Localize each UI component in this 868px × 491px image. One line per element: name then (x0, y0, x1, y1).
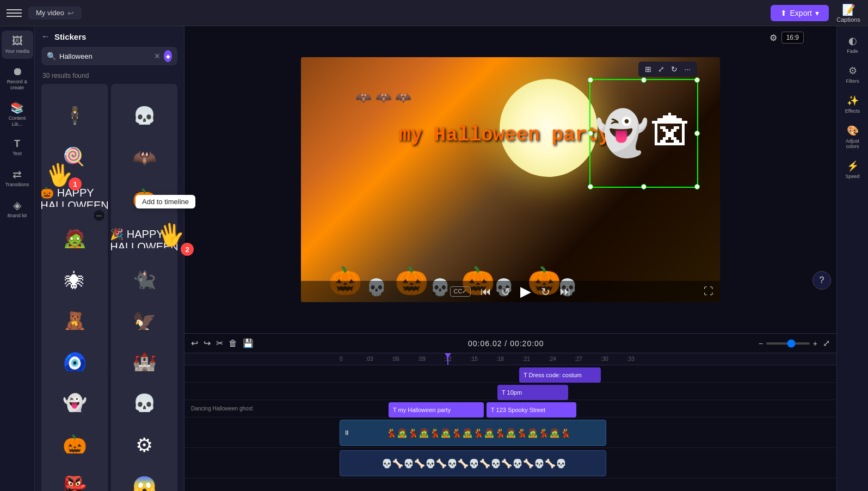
search-clear-button[interactable]: ✕ (154, 52, 161, 60)
track-content-text-mid: T 10pm (340, 383, 836, 400)
export-icon: ⬆ (780, 9, 787, 17)
track-row-video-1: ⏸ 💃🧟💃🧟💃🧟💃🧟💃🧟💃🧟💃🧟💃🧟💃 (184, 418, 836, 448)
clip-halloween-party-label: T my Halloween party (393, 407, 451, 413)
rewind-button[interactable]: ↺ (501, 285, 510, 298)
undo-button[interactable]: ↩ (191, 338, 198, 348)
zoom-out-button[interactable]: − (759, 339, 763, 348)
video-title: my Halloween party✓ (399, 122, 623, 146)
your-media-icon: 🖼 (12, 35, 23, 47)
timeline-toolbar: ↩ ↪ ✂ 🗑 💾 00:06.02 / 00:20:00 − + ⤢ (184, 334, 836, 353)
playhead[interactable] (447, 353, 448, 365)
delete-button[interactable]: 🗑 (229, 339, 237, 348)
expand-timeline-button[interactable]: ⤢ (823, 338, 830, 348)
sidebar-item-record[interactable]: ⏺ Record & create (2, 61, 33, 95)
cc-button[interactable]: CC✓ (450, 286, 471, 297)
sidebar-item-text[interactable]: T Text (2, 134, 33, 161)
clip-video-secondary[interactable]: 💀🦴💀🦴💀🦴💀🦴💀🦴💀🦴💀🦴💀🦴💀 (340, 450, 606, 476)
clip-10pm[interactable]: T 10pm (497, 385, 568, 400)
sidebar-item-content-lib[interactable]: 📚 Content Lib... (2, 97, 33, 132)
resize-handle-tl[interactable] (588, 77, 593, 83)
aspect-ratio-button[interactable]: 16:9 (781, 32, 804, 44)
right-sidebar-item-adjust-colors[interactable]: 🎨 Adjust colors (839, 120, 867, 154)
sidebar-item-brand-kit[interactable]: ◈ Brand kit (2, 194, 33, 223)
track-content-video-2: 💀🦴💀🦴💀🦴💀🦴💀🦴💀🦴💀🦴💀🦴💀 (340, 448, 836, 478)
clip-spooky-street-label: T 123 Spooky Street (491, 407, 545, 413)
brand-kit-icon: ◈ (13, 199, 21, 212)
clip-dress-code[interactable]: T Dress code: costum (519, 367, 601, 383)
stickers-grid: 🕴 💀 🍭 🦇 🎃 HAPPY HALLOWEEN 🎃 🧟 ·· (35, 84, 184, 491)
help-icon: ? (820, 275, 824, 285)
right-sidebar-item-speed[interactable]: ⚡ Speed (839, 156, 867, 183)
element-resize-btn[interactable]: ⤢ (656, 64, 667, 75)
panel-title: Stickers (54, 32, 86, 41)
right-sidebar-item-fade[interactable]: ◐ Fade (839, 30, 867, 58)
resize-handle-tm[interactable] (641, 77, 647, 83)
resize-handle-bl[interactable] (588, 184, 593, 189)
sidebar-item-your-media[interactable]: 🖼 Your media (2, 30, 33, 59)
help-button[interactable]: ? (812, 271, 831, 290)
element-crop-btn[interactable]: ⊞ (643, 64, 654, 75)
playhead-head (445, 353, 451, 358)
track-content-video-1: ⏸ 💃🧟💃🧟💃🧟💃🧟💃🧟💃🧟💃🧟💃🧟💃 (340, 418, 836, 447)
video-frames-2: 💀🦴💀🦴💀🦴💀🦴💀🦴💀🦴💀🦴💀🦴💀 (381, 458, 567, 469)
resize-handle-rm[interactable] (694, 131, 700, 136)
fullscreen-button[interactable]: ⛶ (704, 286, 713, 297)
timeline: ↩ ↪ ✂ 🗑 💾 00:06.02 / 00:20:00 − + ⤢ 0 :0… (184, 333, 836, 491)
right-sidebar-item-filters[interactable]: ⚙ Filters (839, 60, 867, 88)
fade-icon: ◐ (848, 35, 857, 47)
element-toolbar: ⊞ ⤢ ↻ ··· (638, 62, 697, 77)
resize-handle-br[interactable] (694, 184, 700, 189)
stickers-panel: ← Stickers 🔍 ✕ ◆ 30 results found 🕴 💀 🍭 … (35, 26, 184, 491)
panel-header: ← Stickers (35, 26, 184, 47)
search-input[interactable] (59, 52, 151, 60)
clip-spooky-street[interactable]: T 123 Spooky Street (487, 402, 576, 418)
skip-back-button[interactable]: ⏮ (481, 285, 491, 298)
clip-video-main[interactable]: ⏸ 💃🧟💃🧟💃🧟💃🧟💃🧟💃🧟💃🧟💃🧟💃 (340, 420, 606, 446)
resize-handle-bm[interactable] (641, 184, 647, 189)
sidebar-item-transitions[interactable]: ⇄ Transitions (2, 163, 33, 192)
zoom-in-button[interactable]: + (813, 339, 817, 348)
sticker-item-20[interactable]: 😱 (111, 453, 177, 491)
dancing-ghost-label: Dancing Halloween ghost (191, 406, 253, 412)
skip-forward-button[interactable]: ⏭ (560, 285, 571, 298)
back-button[interactable]: ← (41, 32, 50, 41)
element-more-btn[interactable]: ··· (682, 64, 693, 75)
video-top-controls: ⚙ 16:9 (769, 32, 804, 44)
play-button[interactable]: ▶ (520, 283, 531, 300)
cut-button[interactable]: ✂ (216, 338, 223, 348)
track-row-text-upper: T Dress code: costum (184, 365, 836, 383)
resize-handle-tr[interactable] (694, 77, 700, 83)
save-button[interactable]: 💾 (243, 338, 254, 348)
filters-icon: ⚙ (848, 65, 857, 77)
content-lib-icon: 📚 (10, 101, 24, 114)
track-row-titles: Dancing Halloween ghost T my Halloween p… (184, 400, 836, 418)
clip-halloween-party-title[interactable]: T my Halloween party (389, 402, 484, 418)
video-tab[interactable]: My video ↩ (28, 7, 82, 20)
settings-button[interactable]: ⚙ (769, 33, 777, 43)
forward-button[interactable]: ↻ (541, 285, 550, 298)
export-button[interactable]: ⬆ Export ▾ (771, 5, 829, 21)
captions-button[interactable]: 📝 Captions (835, 3, 861, 23)
text-icon: T (14, 138, 20, 150)
track-content-text-upper: T Dress code: costum (340, 365, 836, 382)
sticker-item-19[interactable]: 👺 (41, 453, 108, 491)
main-content: 🖼 Your media ⏺ Record & create 📚 Content… (0, 26, 868, 491)
zoom-slider[interactable] (766, 342, 810, 345)
pause-icon[interactable]: ⏸ (343, 429, 350, 437)
search-icon: 🔍 (47, 52, 56, 60)
video-canvas: 🦇 🦇 🦇 my Halloween party✓ ⊞ ⤢ ↻ ··· 👻🏚 (301, 57, 720, 302)
hamburger-menu[interactable] (7, 5, 22, 21)
track-row-video-2: 💀🦴💀🦴💀🦴💀🦴💀🦴💀🦴💀🦴💀🦴💀 (184, 448, 836, 478)
premium-icon[interactable]: ◆ (164, 50, 172, 62)
undo-icon: ↩ (67, 9, 74, 17)
results-label: 30 results found (35, 70, 184, 84)
sticker-more-btn[interactable]: ··· (94, 210, 104, 221)
redo-button[interactable]: ↪ (204, 338, 211, 348)
element-rotate-btn[interactable]: ↻ (669, 64, 680, 75)
video-controls-bar: CC✓ ⏮ ↺ ▶ ↻ ⏭ ⛶ (301, 281, 720, 302)
clip-text-label: T Dress code: costum (524, 372, 582, 378)
video-background: 🦇 🦇 🦇 my Halloween party✓ ⊞ ⤢ ↻ ··· 👻🏚 (301, 57, 720, 302)
right-sidebar-item-effects[interactable]: ✨ Effects (839, 90, 867, 118)
adjust-colors-icon: 🎨 (847, 125, 859, 137)
timeline-tracks: T Dress code: costum T 10pm Danc (184, 365, 836, 491)
